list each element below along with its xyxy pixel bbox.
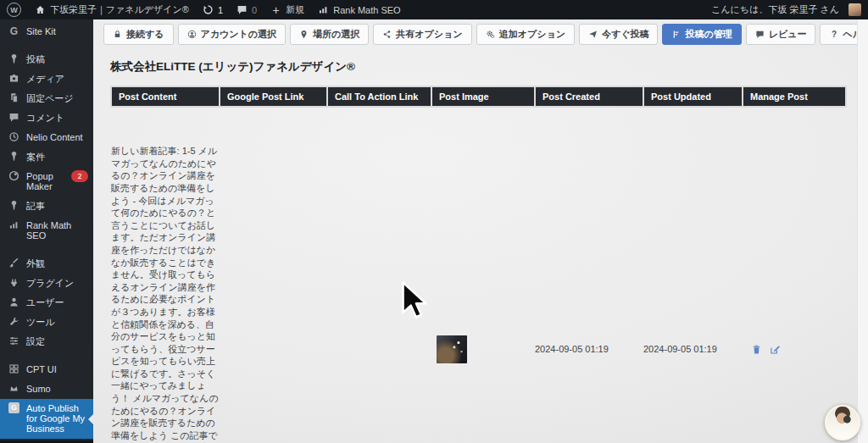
- sidebar-item-users[interactable]: ユーザー: [0, 293, 93, 313]
- sidebar-item-label: ユーザー: [26, 297, 88, 307]
- post-created-cell: 2024-09-05 01:19: [535, 107, 643, 443]
- sidebar-item-label: コメント: [26, 113, 88, 123]
- tab-connect[interactable]: 接続する: [103, 24, 174, 45]
- posts-table: Post ContentGoogle Post LinkCall To Acti…: [110, 86, 847, 443]
- rank-math-icon: [318, 4, 329, 15]
- sidebar-item-pages[interactable]: 固定ページ: [0, 89, 93, 108]
- pin-icon: [8, 200, 19, 211]
- updates-link[interactable]: 1: [196, 0, 230, 19]
- sidebar-item-site-kit[interactable]: GSite Kit: [0, 22, 93, 42]
- cta-link-cell: [327, 107, 431, 443]
- send-icon: [588, 30, 598, 39]
- tab-review[interactable]: レビュー: [746, 24, 816, 45]
- crown-icon: [8, 383, 19, 394]
- tab-label: レビュー: [769, 28, 807, 41]
- pages-icon: [8, 92, 19, 103]
- tab-label: 接続する: [126, 28, 164, 41]
- sidebar-item-cpt-ui[interactable]: CPT UI: [0, 360, 93, 379]
- sidebar-item-tools[interactable]: ツール: [0, 313, 93, 332]
- sidebar-item-label: Site Kit: [26, 26, 88, 36]
- new-label: 新規: [286, 3, 304, 16]
- sidebar-item-label: Rank Math SEO: [26, 220, 88, 241]
- sitekit-icon: G: [8, 25, 19, 36]
- sidebar-item-appearance[interactable]: 外観: [0, 254, 93, 274]
- sidebar-item-label: Popup Maker: [26, 171, 64, 191]
- bubble-icon: [755, 30, 765, 39]
- sidebar-menu: GSite Kit投稿メディア固定ページコメントNelio Content案件P…: [0, 19, 93, 439]
- sidebar-item-label: 外観: [26, 258, 88, 269]
- sidebar-item-kiji[interactable]: 記事: [0, 197, 93, 216]
- table-row: 新しい新着記事: 1-5 メルマガってなんのためにやるの？オンライン講座を販売す…: [111, 107, 846, 443]
- sidebar-item-label: 固定ページ: [26, 93, 88, 103]
- column-header-manage-post: Manage Post: [743, 86, 846, 107]
- sidebar-item-label: 案件: [26, 152, 88, 162]
- active-menu-arrow: [88, 414, 93, 424]
- marker-icon: [299, 30, 309, 39]
- chat-widget-avatar[interactable]: [825, 405, 860, 440]
- sidebar-item-plugins[interactable]: プラグイン: [0, 274, 93, 293]
- column-header-post-updated: Post Updated: [643, 86, 743, 107]
- sidebar-item-label: Nelio Content: [26, 132, 88, 142]
- grid-icon: [8, 363, 19, 374]
- tab-extra-options[interactable]: 追加オプション: [476, 24, 575, 45]
- post-updated-cell: 2024-09-05 01:19: [643, 107, 743, 443]
- comment-icon: [236, 4, 248, 15]
- greeting-text: こんにちは、下坂 栄里子 さん: [711, 3, 839, 16]
- tab-share-options[interactable]: 共有オプション: [373, 24, 471, 45]
- edit-icon[interactable]: [770, 344, 781, 355]
- update-count: 1: [218, 5, 223, 15]
- new-content-button[interactable]: + 新規: [264, 0, 311, 19]
- sidebar-item-settings[interactable]: 設定: [0, 332, 93, 352]
- sidebar-item-label: CPT UI: [26, 364, 88, 374]
- scrollbar[interactable]: [857, 19, 868, 443]
- account-menu[interactable]: こんにちは、下坂 栄里子 さん: [704, 0, 868, 19]
- sidebar-item-label: Auto Publish for Google My Business: [26, 403, 88, 434]
- sidebar-item-nelio-content[interactable]: Nelio Content: [0, 128, 93, 147]
- rank-math-seo-link[interactable]: Rank Math SEO: [311, 0, 407, 19]
- sidebar-item-popup-maker[interactable]: Popup Maker2: [0, 167, 93, 197]
- share-icon: [382, 30, 392, 39]
- sidebar-item-auto-publish-gmb[interactable]: GAuto Publish for Google My Business: [0, 399, 93, 439]
- tab-label: 共有オプション: [396, 28, 462, 41]
- plug-icon: [8, 277, 19, 288]
- home-icon: [35, 4, 46, 15]
- sidebar-item-rank-math-seo[interactable]: Rank Math SEO: [0, 216, 93, 246]
- sidebar-item-sumo[interactable]: Sumo: [0, 379, 93, 399]
- tab-label: アカウントの選択: [201, 28, 277, 41]
- notification-badge: 2: [71, 170, 88, 182]
- post-content-cell: 新しい新着記事: 1-5 メルマガってなんのためにやるの？オンライン講座を販売す…: [111, 107, 220, 443]
- sidebar-item-label: メディア: [26, 74, 88, 84]
- sidebar-item-anken[interactable]: 案件: [0, 147, 93, 167]
- post-image-thumbnail[interactable]: [437, 335, 467, 363]
- tab-label: 場所の選択: [313, 28, 359, 41]
- sidebar-item-posts[interactable]: 投稿: [0, 50, 93, 69]
- wordpress-admin-page: W 下坂栄里子｜ファネルデザイン® 1 0 + 新規 Rank Math SEO…: [0, 0, 868, 443]
- comment-count: 0: [252, 5, 257, 15]
- tab-label: 投稿の管理: [685, 28, 732, 41]
- table-header-row: Post ContentGoogle Post LinkCall To Acti…: [111, 86, 846, 107]
- column-header-google-post-link: Google Post Link: [220, 86, 327, 107]
- wordpress-menu[interactable]: W: [0, 0, 28, 19]
- admin-sidebar: GSite Kit投稿メディア固定ページコメントNelio Content案件P…: [0, 19, 93, 443]
- user-avatar: [849, 3, 861, 16]
- manage-post-cell: [743, 107, 846, 443]
- sidebar-item-label: 記事: [26, 201, 88, 211]
- tab-account-select[interactable]: アカウントの選択: [178, 24, 287, 45]
- comments-link[interactable]: 0: [230, 0, 264, 19]
- brush-icon: [8, 257, 19, 269]
- site-name-link[interactable]: 下坂栄里子｜ファネルデザイン®: [28, 0, 196, 19]
- tab-location-select[interactable]: 場所の選択: [290, 24, 369, 45]
- site-title: 下坂栄里子｜ファネルデザイン®: [50, 3, 189, 16]
- pin-icon: [8, 53, 19, 64]
- rank-math-label: Rank Math SEO: [333, 5, 400, 15]
- comment-icon: [8, 112, 19, 123]
- sidebar-item-comments[interactable]: コメント: [0, 108, 93, 128]
- tab-post-now[interactable]: 今すぐ投稿: [579, 24, 659, 45]
- updates-icon: [203, 4, 214, 15]
- main-content: 接続するアカウントの選択場所の選択共有オプション追加オプション今すぐ投稿投稿の管…: [93, 19, 858, 443]
- sidebar-item-label: ツール: [26, 317, 88, 327]
- trash-icon[interactable]: [751, 344, 762, 355]
- sidebar-item-media[interactable]: メディア: [0, 69, 93, 89]
- tab-manage-posts[interactable]: 投稿の管理: [662, 24, 741, 45]
- gbox-icon: G: [8, 402, 19, 413]
